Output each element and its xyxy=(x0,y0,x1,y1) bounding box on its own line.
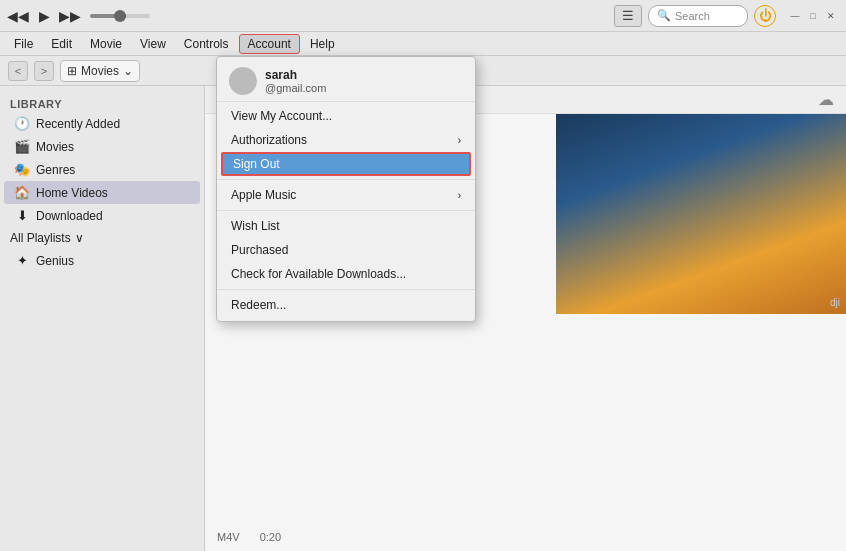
genius-label: Genius xyxy=(36,254,74,268)
dropdown-redeem[interactable]: Redeem... xyxy=(217,293,475,317)
play-button[interactable]: ▶ xyxy=(34,6,54,26)
sign-out-label: Sign Out xyxy=(233,157,280,171)
genres-icon: 🎭 xyxy=(14,162,30,177)
recently-added-icon: 🕐 xyxy=(14,116,30,131)
user-email: @gmail.com xyxy=(265,82,326,94)
title-bar-left: ◀◀ ▶ ▶▶ xyxy=(8,6,150,26)
library-selector[interactable]: ⊞ Movies ⌄ xyxy=(60,60,140,82)
dropdown-divider-3 xyxy=(217,289,475,290)
username: sarah xyxy=(265,68,326,82)
forward-nav-button[interactable]: > xyxy=(34,61,54,81)
sidebar-item-movies[interactable]: 🎬 Movies xyxy=(4,135,200,158)
menu-controls[interactable]: Controls xyxy=(176,35,237,53)
dji-label: dji xyxy=(830,297,840,308)
all-playlists-arrow: ∨ xyxy=(75,231,84,245)
close-button[interactable]: ✕ xyxy=(824,9,838,23)
title-bar-right: ☰ 🔍 Search ⏻ — □ ✕ xyxy=(614,5,838,27)
sidebar-item-downloaded[interactable]: ⬇ Downloaded xyxy=(4,204,200,227)
library-section-label: Library xyxy=(0,94,204,112)
menu-movie[interactable]: Movie xyxy=(82,35,130,53)
dropdown-check-downloads[interactable]: Check for Available Downloads... xyxy=(217,262,475,286)
library-label: Movies xyxy=(81,64,119,78)
genres-label: Genres xyxy=(36,163,75,177)
menu-account[interactable]: Account xyxy=(239,34,300,54)
sidebar-item-genres[interactable]: 🎭 Genres xyxy=(4,158,200,181)
cloud-icon: ☁ xyxy=(818,90,834,109)
search-box[interactable]: 🔍 Search xyxy=(648,5,748,27)
account-button[interactable]: ⏻ xyxy=(754,5,776,27)
library-dropdown-arrow: ⌄ xyxy=(123,64,133,78)
sidebar: Library 🕐 Recently Added 🎬 Movies 🎭 Genr… xyxy=(0,86,205,551)
downloaded-label: Downloaded xyxy=(36,209,103,223)
search-label: Search xyxy=(675,10,710,22)
account-dropdown: sarah @gmail.com View My Account... Auth… xyxy=(216,56,476,322)
forward-button[interactable]: ▶▶ xyxy=(60,6,80,26)
all-playlists-row[interactable]: All Playlists ∨ xyxy=(0,227,204,249)
dropdown-wish-list[interactable]: Wish List xyxy=(217,214,475,238)
minimize-button[interactable]: — xyxy=(788,9,802,23)
genius-icon: ✦ xyxy=(14,253,30,268)
recently-added-label: Recently Added xyxy=(36,117,120,131)
view-account-label: View My Account... xyxy=(231,109,332,123)
dropdown-divider-2 xyxy=(217,210,475,211)
purchased-label: Purchased xyxy=(231,243,288,257)
dropdown-authorizations[interactable]: Authorizations › xyxy=(217,128,475,152)
movies-label: Movies xyxy=(36,140,74,154)
authorizations-arrow: › xyxy=(458,135,461,146)
downloaded-icon: ⬇ xyxy=(14,208,30,223)
user-avatar xyxy=(229,67,257,95)
search-icon: 🔍 xyxy=(657,9,671,22)
dropdown-divider-1 xyxy=(217,179,475,180)
video-thumbnail[interactable]: dji xyxy=(556,114,846,314)
menu-view[interactable]: View xyxy=(132,35,174,53)
apple-music-arrow: › xyxy=(458,190,461,201)
dropdown-apple-music[interactable]: Apple Music › xyxy=(217,183,475,207)
sidebar-item-genius[interactable]: ✦ Genius xyxy=(4,249,200,272)
wish-list-label: Wish List xyxy=(231,219,280,233)
all-playlists-label: All Playlists xyxy=(10,231,71,245)
volume-knob[interactable] xyxy=(114,10,126,22)
authorizations-label: Authorizations xyxy=(231,133,307,147)
home-videos-label: Home Videos xyxy=(36,186,108,200)
sidebar-item-home-videos[interactable]: 🏠 Home Videos xyxy=(4,181,200,204)
dropdown-view-account[interactable]: View My Account... xyxy=(217,104,475,128)
library-grid-icon: ⊞ xyxy=(67,64,77,78)
sidebar-item-recently-added[interactable]: 🕐 Recently Added xyxy=(4,112,200,135)
back-button[interactable]: < xyxy=(8,61,28,81)
window-controls: — □ ✕ xyxy=(788,9,838,23)
maximize-button[interactable]: □ xyxy=(806,9,820,23)
dropdown-sign-out[interactable]: Sign Out xyxy=(221,152,471,176)
rewind-button[interactable]: ◀◀ xyxy=(8,6,28,26)
title-bar: ◀◀ ▶ ▶▶ ☰ 🔍 Search ⏻ — □ ✕ xyxy=(0,0,846,32)
check-downloads-label: Check for Available Downloads... xyxy=(231,267,406,281)
transport-controls: ◀◀ ▶ ▶▶ xyxy=(8,6,80,26)
video-format: M4V xyxy=(217,531,240,543)
playlist-button[interactable]: ☰ xyxy=(614,5,642,27)
home-videos-icon: 🏠 xyxy=(14,185,30,200)
apple-music-label: Apple Music xyxy=(231,188,296,202)
dropdown-purchased[interactable]: Purchased xyxy=(217,238,475,262)
dropdown-user-row: sarah @gmail.com xyxy=(217,61,475,102)
menu-bar: File Edit Movie View Controls Account He… xyxy=(0,32,846,56)
movies-icon: 🎬 xyxy=(14,139,30,154)
menu-edit[interactable]: Edit xyxy=(43,35,80,53)
volume-slider[interactable] xyxy=(90,14,150,18)
user-info: sarah @gmail.com xyxy=(265,68,326,94)
video-info: M4V 0:20 xyxy=(217,531,281,543)
redeem-label: Redeem... xyxy=(231,298,286,312)
menu-file[interactable]: File xyxy=(6,35,41,53)
video-duration: 0:20 xyxy=(260,531,281,543)
menu-help[interactable]: Help xyxy=(302,35,343,53)
